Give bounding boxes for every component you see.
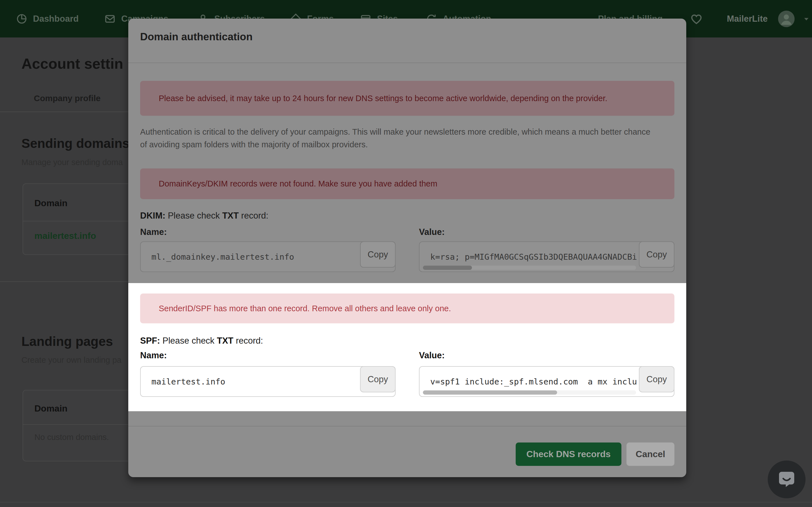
copy-spf-name-button[interactable]: Copy (360, 366, 396, 392)
column-header-domain: Domain (35, 198, 67, 209)
copy-spf-value-button[interactable]: Copy (639, 366, 674, 392)
chevron-down-icon (803, 15, 810, 22)
dkim-value-scrollbar (423, 266, 636, 270)
cancel-button[interactable]: Cancel (626, 443, 674, 466)
spf-record-heading: SPF: Please check TXT record: (140, 336, 263, 346)
bottom-divider (0, 502, 812, 503)
chat-launcher[interactable] (768, 460, 806, 498)
campaigns-icon (104, 13, 116, 24)
empty-table-text: No custom domains. (35, 433, 109, 442)
screen: Dashboard Campaigns Subscribers Forms Si… (0, 0, 812, 507)
dkim-record-heading: DKIM: Please check TXT record: (140, 211, 268, 221)
dkim-error-alert: DomainKeys/DKIM records were not found. … (140, 168, 674, 199)
avatar (777, 10, 795, 28)
chat-bubble-icon (776, 469, 797, 490)
spf-name-field[interactable]: mailertest.info Copy (140, 366, 396, 397)
dkim-name-value[interactable]: ml._domainkey.mailertest.info (151, 242, 358, 272)
landing-pages-title: Landing pages (21, 334, 113, 349)
dkim-name-field[interactable]: ml._domainkey.mailertest.info Copy (140, 241, 396, 272)
spf-name-label: Name: (140, 350, 167, 360)
favorites-button[interactable] (690, 0, 703, 38)
scrollbar-thumb[interactable] (423, 266, 472, 270)
dashboard-icon (16, 13, 28, 24)
spf-error-alert: SenderID/SPF has more than one record. R… (140, 293, 674, 323)
copy-dkim-value-button[interactable]: Copy (639, 241, 674, 268)
dkim-name-label: Name: (140, 227, 167, 237)
dkim-value-label: Value: (419, 227, 445, 237)
nav-item-dashboard[interactable]: Dashboard (16, 0, 79, 38)
sending-domains-title: Sending domains (21, 136, 130, 151)
dkim-error-text: DomainKeys/DKIM records were not found. … (159, 179, 437, 188)
sending-domains-subtitle: Manage your sending doma (21, 158, 123, 167)
notice-text: Please be advised, it may take up to 24 … (159, 94, 607, 103)
spf-name-value[interactable]: mailertest.info (151, 367, 358, 396)
authentication-description: Authentication is critical to the delive… (140, 126, 652, 151)
dkim-value-field[interactable]: k=rsa; p=MIGfMA0GCSqGSIb3DQEBAQUAA4GNADC… (419, 241, 674, 272)
domain-authentication-modal: Domain authentication Please be advised,… (128, 18, 686, 477)
sending-domain-link[interactable]: mailertest.info (35, 231, 96, 241)
modal-footer-divider (128, 426, 686, 427)
scrollbar-thumb[interactable] (423, 390, 557, 395)
section-divider (0, 281, 128, 282)
spf-error-text: SenderID/SPF has more than one record. R… (159, 304, 451, 313)
landing-pages-subtitle: Create your own landing pa (21, 355, 121, 365)
nav-label: Dashboard (33, 14, 79, 24)
spf-value-scrollbar (423, 390, 636, 395)
page-title: Account settin (21, 55, 123, 72)
check-dns-records-button[interactable]: Check DNS records (516, 443, 621, 466)
dns-propagation-notice: Please be advised, it may take up to 24 … (140, 81, 674, 116)
tab-company-profile[interactable]: Company profile (34, 94, 101, 103)
spf-value-label: Value: (419, 350, 445, 360)
heart-icon (690, 12, 703, 25)
modal-title: Domain authentication (140, 31, 253, 43)
modal-header-divider (128, 62, 686, 63)
copy-dkim-name-button[interactable]: Copy (360, 241, 396, 268)
account-menu[interactable]: MailerLite (727, 0, 810, 38)
brand-label: MailerLite (727, 14, 768, 24)
column-header-domain: Domain (35, 403, 67, 414)
tab-bar-divider (0, 112, 128, 112)
spf-value-field[interactable]: v=spf1 include:_spf.mlsend.com a mx incl… (419, 366, 674, 397)
